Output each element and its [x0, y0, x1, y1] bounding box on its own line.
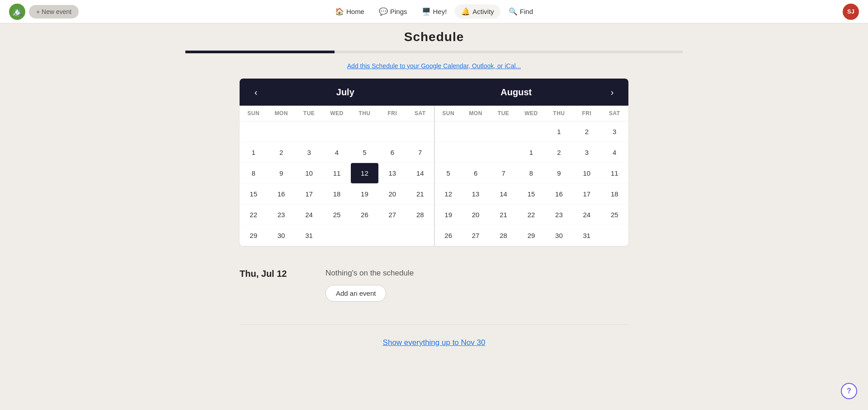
aug-r4-fri[interactable]: 17	[573, 184, 600, 205]
aug-r5-sat[interactable]: 25	[601, 205, 628, 225]
aug-r4-sat[interactable]: 18	[601, 184, 628, 205]
aug-r2-sat[interactable]: 4	[601, 142, 628, 163]
aug-r5-wed[interactable]: 22	[517, 205, 545, 225]
jul-r2-fri[interactable]: 6	[378, 142, 406, 163]
aug-r4-mon[interactable]: 13	[462, 184, 489, 205]
aug-r4-wed[interactable]: 15	[517, 184, 545, 205]
aug-sat-header: SAT	[601, 106, 628, 121]
aug-r2-tue	[490, 142, 517, 163]
aug-r6-tue[interactable]: 28	[490, 225, 517, 246]
jul-r5-wed[interactable]: 25	[323, 205, 350, 225]
jul-r6-mon[interactable]: 30	[267, 225, 295, 246]
jul-r5-fri[interactable]: 27	[378, 205, 406, 225]
aug-r6-fri[interactable]: 31	[573, 225, 600, 246]
jul-r6-sun[interactable]: 29	[240, 225, 267, 246]
july-wed-header: WED	[323, 106, 350, 121]
aug-r6-sun[interactable]: 26	[434, 225, 462, 246]
aug-r2-fri[interactable]: 3	[573, 142, 600, 163]
jul-r2-sun[interactable]: 1	[240, 142, 267, 163]
nav-item-pings[interactable]: 💬 Pings	[373, 5, 414, 19]
aug-r2-thu[interactable]: 2	[545, 142, 573, 163]
jul-r2-wed[interactable]: 4	[323, 142, 350, 163]
jul-r4-thu[interactable]: 19	[351, 184, 378, 205]
jul-r6-wed	[323, 225, 350, 246]
jul-r2-tue[interactable]: 3	[295, 142, 323, 163]
july-tue-header: TUE	[295, 106, 323, 121]
jul-r4-mon[interactable]: 16	[267, 184, 295, 205]
jul-r5-mon[interactable]: 23	[267, 205, 295, 225]
jul-r5-sat[interactable]: 28	[406, 205, 434, 225]
aug-r2-sun	[434, 142, 462, 163]
aug-r3-tue[interactable]: 7	[490, 163, 517, 184]
aug-r5-tue[interactable]: 21	[490, 205, 517, 225]
aug-r4-tue[interactable]: 14	[490, 184, 517, 205]
july-fri-header: FRI	[378, 106, 406, 121]
jul-r4-fri[interactable]: 20	[378, 184, 406, 205]
add-calendar-link[interactable]: Add this Schedule to your Google Calenda…	[347, 62, 521, 70]
aug-thu-header: THU	[545, 106, 573, 121]
jul-r4-sat[interactable]: 21	[406, 184, 434, 205]
aug-r6-thu[interactable]: 30	[545, 225, 573, 246]
aug-r3-mon[interactable]: 6	[462, 163, 489, 184]
schedule-content: Nothing's on the schedule Add an event	[326, 269, 628, 302]
aug-r5-sun[interactable]: 19	[434, 205, 462, 225]
aug-r3-sun[interactable]: 5	[434, 163, 462, 184]
jul-r6-tue[interactable]: 31	[295, 225, 323, 246]
aug-mon-header: MON	[462, 106, 489, 121]
aug-r6-wed[interactable]: 29	[517, 225, 545, 246]
help-button[interactable]: ?	[841, 383, 857, 399]
jul-r5-tue[interactable]: 24	[295, 205, 323, 225]
jul-r3-sat[interactable]: 14	[406, 163, 434, 184]
jul-r3-thu-selected[interactable]: 12	[351, 163, 378, 184]
aug-r1-mon	[462, 121, 489, 142]
app-logo[interactable]: 🏔️	[9, 4, 25, 20]
aug-r1-sat[interactable]: 3	[601, 121, 628, 142]
jul-r5-sun[interactable]: 22	[240, 205, 267, 225]
jul-r2-mon[interactable]: 2	[267, 142, 295, 163]
aug-r1-fri[interactable]: 2	[573, 121, 600, 142]
aug-r1-tue	[490, 121, 517, 142]
add-event-button[interactable]: Add an event	[326, 285, 386, 302]
calendar-container: ‹ July August › SUN MON TUE WED THU FRI …	[240, 79, 628, 246]
next-month-button[interactable]: ›	[605, 85, 619, 99]
aug-r2-wed[interactable]: 1	[517, 142, 545, 163]
jul-r1-wed	[323, 121, 350, 142]
new-event-button[interactable]: + New event	[29, 5, 79, 19]
empty-schedule-message: Nothing's on the schedule	[326, 269, 628, 278]
prev-month-button[interactable]: ‹	[249, 85, 263, 99]
aug-r4-thu[interactable]: 16	[545, 184, 573, 205]
aug-r3-sat[interactable]: 11	[601, 163, 628, 184]
jul-r3-sun[interactable]: 8	[240, 163, 267, 184]
progress-bar-container	[185, 51, 683, 53]
aug-r1-thu[interactable]: 1	[545, 121, 573, 142]
avatar[interactable]: SJ	[843, 4, 859, 20]
nav-item-hey[interactable]: 🖥️ Hey!	[415, 5, 453, 19]
nav-item-find[interactable]: 🔍 Find	[502, 5, 539, 19]
aug-r3-thu[interactable]: 9	[545, 163, 573, 184]
aug-r6-mon[interactable]: 27	[462, 225, 489, 246]
jul-r2-sat[interactable]: 7	[406, 142, 434, 163]
jul-r3-fri[interactable]: 13	[378, 163, 406, 184]
aug-r3-fri[interactable]: 10	[573, 163, 600, 184]
jul-r3-tue[interactable]: 10	[295, 163, 323, 184]
aug-r5-thu[interactable]: 23	[545, 205, 573, 225]
aug-r1-wed	[517, 121, 545, 142]
jul-r4-tue[interactable]: 17	[295, 184, 323, 205]
aug-r5-fri[interactable]: 24	[573, 205, 600, 225]
jul-r3-wed[interactable]: 11	[323, 163, 350, 184]
jul-r4-wed[interactable]: 18	[323, 184, 350, 205]
aug-r4-sun[interactable]: 12	[434, 184, 462, 205]
aug-r5-mon[interactable]: 20	[462, 205, 489, 225]
show-all-link[interactable]: Show everything up to Nov 30	[383, 338, 486, 347]
jul-r6-fri	[378, 225, 406, 246]
aug-r3-wed[interactable]: 8	[517, 163, 545, 184]
nav-item-home[interactable]: 🏠 Home	[329, 5, 371, 19]
jul-r2-thu[interactable]: 5	[351, 142, 378, 163]
nav-item-activity[interactable]: 🔔 Activity	[455, 5, 500, 19]
jul-r3-mon[interactable]: 9	[267, 163, 295, 184]
add-calendar-section: Add this Schedule to your Google Calenda…	[185, 62, 683, 70]
calendar-months: July August	[263, 87, 605, 98]
jul-r4-sun[interactable]: 15	[240, 184, 267, 205]
jul-r5-thu[interactable]: 26	[351, 205, 378, 225]
section-divider	[240, 324, 628, 325]
